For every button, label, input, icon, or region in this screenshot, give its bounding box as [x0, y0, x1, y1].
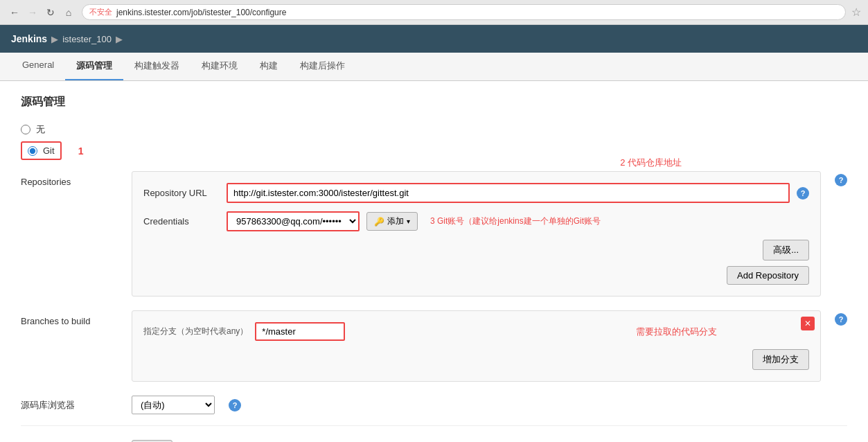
branches-label: Branches to build	[21, 310, 118, 326]
source-browser-label: 源码库浏览器	[21, 399, 118, 412]
jenkins-logo: Jenkins	[11, 33, 47, 44]
branch-annotation: 需要拉取的代码分支	[636, 326, 717, 338]
tab-general[interactable]: General	[11, 53, 65, 80]
annotation-2: 2 代码仓库地址	[620, 157, 682, 169]
section-title: 源码管理	[21, 95, 847, 109]
add-credentials-button[interactable]: 🔑 添加 ▾	[366, 212, 418, 231]
repositories-label: Repositories	[21, 171, 118, 187]
repositories-section: Repositories 2 代码仓库地址 Repository URL ? C…	[21, 171, 847, 297]
branches-section: Branches to build ✕ 指定分支（为空时代表any） 需要拉取的…	[21, 310, 847, 382]
scm-none-label: 无	[36, 123, 45, 136]
repo-url-input[interactable]	[227, 183, 790, 203]
repositories-fields: 2 代码仓库地址 Repository URL ? Credentials 95…	[132, 171, 821, 297]
breadcrumb-arrow-1: ▶	[51, 34, 58, 44]
tab-trigger[interactable]: 构建触发器	[123, 53, 191, 80]
repo-url-row: Repository URL ?	[143, 183, 809, 203]
page-content: 源码管理 无 Git 1 Repositories 2 代码仓库地址	[0, 81, 868, 442]
tab-build[interactable]: 构建	[249, 53, 289, 80]
back-button[interactable]: ←	[7, 5, 22, 20]
add-dropdown-arrow: ▾	[407, 218, 410, 225]
credentials-label: Credentials	[143, 216, 220, 227]
advanced-button[interactable]: 高级...	[763, 240, 809, 260]
credentials-select[interactable]: 957863300@qq.com/••••••	[227, 211, 360, 231]
branch-field-area: ✕ 指定分支（为空时代表any） 需要拉取的代码分支 增加分支	[132, 310, 821, 382]
branch-row: 指定分支（为空时代表any） 需要拉取的代码分支	[143, 322, 809, 341]
tab-post[interactable]: 构建后操作	[289, 53, 356, 80]
tabs-bar: General 源码管理 构建触发器 构建环境 构建 构建后操作	[0, 53, 868, 81]
credentials-row: Credentials 957863300@qq.com/•••••• 🔑 添加…	[143, 211, 809, 231]
key-icon: 🔑	[374, 217, 384, 227]
add-repository-button[interactable]: Add Repository	[727, 266, 809, 285]
branch-input[interactable]	[255, 322, 345, 341]
bookmark-button[interactable]: ☆	[851, 6, 861, 19]
add-credentials-label: 添加	[387, 215, 404, 227]
home-button[interactable]: ⌂	[61, 5, 76, 20]
annotation-1: 1	[78, 145, 84, 157]
form-actions: 高级... Add Repository	[143, 240, 809, 285]
branches-help[interactable]: ?	[835, 313, 847, 326]
nav-buttons: ← → ↻ ⌂	[7, 5, 76, 20]
breadcrumb-job[interactable]: istester_100	[62, 34, 112, 44]
reload-button[interactable]: ↻	[43, 5, 58, 20]
repo-url-help[interactable]: ?	[797, 187, 809, 200]
tab-source[interactable]: 源码管理	[65, 53, 123, 80]
source-browser-select[interactable]: (自动)	[132, 396, 215, 414]
forward-button[interactable]: →	[25, 5, 40, 20]
scm-options: 无 Git 1	[21, 123, 847, 160]
annotation-3: 3 Git账号（建议给jenkins建一个单独的Git账号	[430, 215, 601, 227]
branch-field-label: 指定分支（为空时代表any）	[143, 326, 248, 337]
scm-git-label: Git	[43, 145, 55, 156]
main-content: General 源码管理 构建触发器 构建环境 构建 构建后操作 源码管理 无 …	[0, 53, 868, 442]
repo-url-label: Repository URL	[143, 188, 220, 198]
url-text: jenkins.istester.com/job/istester_100/co…	[116, 8, 838, 17]
source-browser-section: 源码库浏览器 (自动) ?	[21, 396, 847, 426]
add-branch-button[interactable]: 增加分支	[752, 349, 809, 370]
scm-none-option: 无	[21, 123, 847, 136]
branch-actions: 增加分支	[143, 349, 809, 370]
insecure-badge: 不安全	[89, 7, 112, 17]
git-option: Git	[21, 141, 62, 160]
source-browser-help[interactable]: ?	[229, 399, 241, 412]
remove-branch-button[interactable]: ✕	[801, 317, 815, 330]
breadcrumb-arrow-2: ▶	[116, 34, 123, 44]
scm-none-radio[interactable]	[21, 125, 30, 134]
browser-bar: ← → ↻ ⌂ 不安全 jenkins.istester.com/job/ist…	[0, 0, 868, 25]
jenkins-header: Jenkins ▶ istester_100 ▶	[0, 25, 868, 53]
tab-env[interactable]: 构建环境	[191, 53, 249, 80]
repositories-help[interactable]: ?	[835, 174, 847, 186]
address-bar[interactable]: 不安全 jenkins.istester.com/job/istester_10…	[82, 4, 846, 20]
scm-git-radio[interactable]	[28, 146, 37, 156]
